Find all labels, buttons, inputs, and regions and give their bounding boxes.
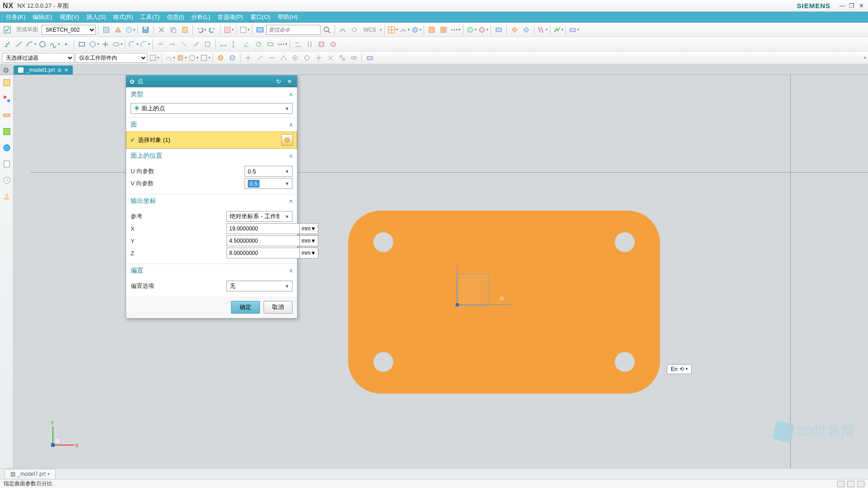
pin-icon[interactable]: ⊘	[57, 67, 61, 73]
snap-icon[interactable]	[325, 52, 336, 63]
chamfer-icon[interactable]	[139, 39, 150, 50]
tool-icon[interactable]	[164, 52, 175, 63]
assembly-icon[interactable]	[2, 94, 12, 104]
reuse-icon[interactable]	[2, 127, 12, 136]
line-icon[interactable]	[14, 39, 24, 50]
menu-edit[interactable]: 编辑(E)	[29, 12, 56, 22]
v-param-input[interactable]: 0.5▼	[245, 178, 292, 189]
section-location-header[interactable]: 面上的位置ʌ	[126, 149, 297, 163]
x-input[interactable]: mm▼	[226, 223, 292, 234]
spline-icon[interactable]	[49, 39, 60, 50]
status-icon[interactable]	[847, 481, 854, 487]
tool-icon[interactable]	[179, 39, 189, 50]
tab-settings-icon[interactable]: ⚙	[3, 66, 10, 73]
restore-button[interactable]: ❐	[848, 2, 856, 9]
tool-icon[interactable]	[477, 24, 488, 35]
copy-icon[interactable]	[168, 24, 179, 35]
snap-icon[interactable]	[255, 52, 265, 63]
cut-icon[interactable]	[156, 24, 167, 35]
menu-view[interactable]: 视图(V)	[56, 12, 83, 22]
tool-icon[interactable]	[113, 24, 123, 35]
tool-icon[interactable]	[537, 24, 547, 35]
paste-icon[interactable]	[179, 24, 190, 35]
tool-icon[interactable]	[426, 24, 437, 35]
selection-filter-select[interactable]: 无选择过滤器	[2, 53, 74, 63]
tool-icon[interactable]	[568, 24, 579, 35]
tool-icon[interactable]	[176, 52, 187, 63]
select-face-row[interactable]: ✔选择对象 (1)	[126, 131, 297, 149]
menu-analysis[interactable]: 分析(L)	[188, 12, 214, 22]
block-icon[interactable]	[410, 24, 421, 35]
bottom-file-tab[interactable]: ▧ _model7.prt ▾	[5, 469, 56, 479]
ok-button[interactable]: 确定	[231, 301, 260, 314]
undo-icon[interactable]	[195, 24, 206, 35]
menu-format[interactable]: 格式(R)	[109, 12, 137, 22]
tool-icon[interactable]	[188, 52, 198, 63]
menu-tools[interactable]: 工具(T)	[137, 12, 163, 22]
circle-icon[interactable]	[37, 39, 48, 50]
tool-icon[interactable]	[215, 52, 226, 63]
dimension-icon[interactable]	[218, 39, 229, 50]
point-type-combo[interactable]: ◈ 面上的点▼	[131, 103, 292, 114]
cancel-button[interactable]: 取消	[264, 301, 292, 314]
selection-scope-select[interactable]: 仅在工作部件内	[75, 53, 147, 63]
tool-icon[interactable]	[509, 24, 520, 35]
constraint-icon[interactable]	[292, 39, 303, 50]
file-tab-active[interactable]: _model1.prt ⊘ ✕	[14, 66, 73, 75]
polygon-icon[interactable]	[88, 39, 99, 50]
wcs-label[interactable]: WCS	[361, 27, 379, 33]
tool-icon[interactable]	[337, 24, 348, 35]
sketch-csys[interactable]	[457, 274, 488, 305]
reference-combo[interactable]: 绝对坐标系 - 工作部▼	[226, 211, 292, 222]
ellipse-icon[interactable]	[112, 39, 123, 50]
finish-sketch-icon[interactable]	[2, 24, 13, 35]
tool-icon[interactable]: ⋯	[450, 24, 461, 35]
menu-help[interactable]: 帮助(H)	[274, 12, 301, 22]
tool-icon[interactable]	[466, 24, 476, 35]
section-offset-header[interactable]: 偏置ʌ	[126, 264, 297, 277]
snap-icon[interactable]	[278, 52, 289, 63]
history-icon[interactable]	[2, 159, 12, 169]
command-finder-icon[interactable]	[255, 24, 265, 35]
color-icon[interactable]	[239, 24, 250, 35]
snap-icon[interactable]	[243, 52, 254, 63]
tool-icon[interactable]	[364, 52, 375, 63]
part-navigator-icon[interactable]	[2, 78, 12, 88]
tool-icon[interactable]	[190, 39, 201, 50]
tool-icon[interactable]	[227, 52, 238, 63]
snap-icon[interactable]	[313, 52, 324, 63]
tool-icon[interactable]	[199, 52, 210, 63]
dimension-icon[interactable]	[253, 39, 264, 50]
dialog-close-icon[interactable]: ✕	[285, 77, 293, 85]
face-select-icon[interactable]	[281, 134, 293, 146]
layer-icon[interactable]	[223, 24, 234, 35]
section-face-header[interactable]: 面ʌ	[126, 118, 297, 131]
tool-icon[interactable]	[493, 24, 504, 35]
web-icon[interactable]	[2, 143, 12, 153]
trim-icon[interactable]	[155, 39, 166, 50]
point-icon[interactable]	[61, 39, 71, 50]
graphics-viewport[interactable]: Y X En⟲• 3D世界网 ✿ 点 ↻ ✕ 类型ʌ ◈ 面上的点▼	[14, 75, 868, 468]
ime-indicator[interactable]: En⟲•	[667, 364, 692, 374]
snap-icon[interactable]	[302, 52, 312, 63]
tool-icon[interactable]	[101, 24, 112, 35]
cross-icon[interactable]	[100, 39, 111, 50]
tool-icon[interactable]	[148, 52, 159, 63]
angle-icon[interactable]	[241, 39, 252, 50]
offset-combo[interactable]: 无▼	[226, 281, 292, 291]
z-input[interactable]: mm▼	[226, 248, 292, 258]
status-icon[interactable]	[857, 481, 864, 487]
fillet-icon[interactable]	[127, 39, 138, 50]
model-face[interactable]	[348, 211, 660, 394]
snap-icon[interactable]	[266, 52, 277, 63]
tab-close-icon[interactable]: ✕	[64, 67, 68, 73]
snap-icon[interactable]	[337, 52, 348, 63]
tool-icon[interactable]	[265, 39, 276, 50]
y-input[interactable]: mm▼	[226, 235, 292, 246]
redo-icon[interactable]	[207, 24, 218, 35]
constraint-icon[interactable]	[2, 110, 12, 120]
section-type-header[interactable]: 类型ʌ	[126, 88, 297, 101]
sketch-name-select[interactable]: SKETCH_002	[42, 25, 96, 35]
constraint-icon[interactable]	[304, 39, 315, 50]
u-param-input[interactable]: 0.5▼	[245, 166, 292, 177]
